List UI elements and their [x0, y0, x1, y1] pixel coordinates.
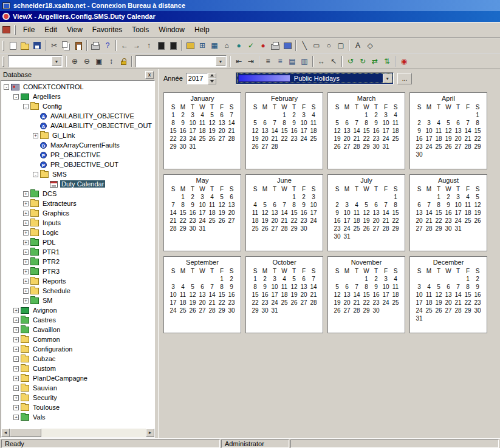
day-cell[interactable]: 17 — [197, 209, 207, 217]
day-cell[interactable]: 27 — [443, 307, 453, 314]
tree-item-castres[interactable]: +Castres — [1, 315, 154, 325]
day-cell[interactable]: 21 — [352, 299, 361, 307]
expand-icon[interactable]: + — [23, 211, 29, 216]
scrollbar-track[interactable] — [10, 429, 146, 437]
day-cell[interactable]: 4 — [352, 201, 361, 209]
day-cell[interactable]: 19 — [332, 135, 342, 143]
expand-icon[interactable]: + — [23, 298, 29, 304]
day-cell[interactable]: 18 — [434, 135, 443, 143]
day-cell[interactable]: 20 — [217, 127, 227, 135]
day-cell[interactable]: 17 — [270, 291, 279, 299]
day-cell[interactable]: 13 — [197, 291, 207, 299]
tree-view-icon[interactable]: ⊞ — [196, 39, 208, 52]
day-cell[interactable]: 16 — [443, 209, 453, 217]
tree-item-availability-objective[interactable]: AAVAILABILITY_OBJECTIVE — [1, 111, 154, 121]
day-cell[interactable]: 29 — [361, 143, 371, 151]
day-cell[interactable]: 7 — [453, 283, 463, 291]
day-cell[interactable]: 19 — [260, 217, 270, 225]
day-cell[interactable]: 23 — [260, 299, 270, 307]
day-cell[interactable]: 8 — [463, 283, 473, 291]
day-cell[interactable]: 11 — [434, 127, 443, 135]
day-cell[interactable]: 6 — [342, 119, 352, 127]
zoom-in-icon[interactable]: ⊕ — [69, 55, 81, 67]
day-cell[interactable]: 23 — [371, 135, 381, 143]
day-cell[interactable]: 8 — [361, 119, 371, 127]
day-cell[interactable]: 19 — [250, 135, 260, 143]
tree-item-configuration[interactable]: +Configuration — [1, 344, 154, 354]
apply-icon[interactable]: ✓ — [245, 39, 257, 52]
day-cell[interactable]: 10 — [453, 201, 463, 209]
day-cell[interactable]: 29 — [391, 225, 400, 232]
day-cell[interactable]: 4 — [279, 275, 289, 283]
day-cell[interactable]: 9 — [260, 283, 270, 291]
day-cell[interactable]: 5 — [289, 275, 299, 283]
day-cell[interactable]: 1 — [178, 193, 188, 201]
day-cell[interactable]: 20 — [260, 135, 270, 143]
day-cell[interactable]: 18 — [391, 291, 400, 299]
tree-item-ptr2[interactable]: +PTR2 — [1, 257, 154, 266]
expand-icon[interactable]: + — [23, 249, 29, 255]
day-cell[interactable]: 2 — [414, 119, 424, 127]
day-cell[interactable]: 22 — [463, 299, 473, 307]
day-cell[interactable]: 3 — [309, 193, 318, 201]
day-cell[interactable]: 12 — [217, 201, 227, 209]
day-cell[interactable]: 14 — [381, 209, 391, 217]
day-cell[interactable]: 10 — [168, 291, 178, 299]
app-title-bar[interactable]: ViewX - Argelliers.Config.SMS.Duty Calen… — [0, 11, 500, 22]
expand-icon[interactable]: + — [23, 191, 29, 197]
day-cell[interactable]: 8 — [217, 283, 227, 291]
day-cell[interactable]: 21 — [381, 217, 391, 225]
day-cell[interactable]: 9 — [299, 201, 309, 209]
scroll-left-icon[interactable]: ◄ — [1, 429, 10, 437]
day-cell[interactable]: 1 — [217, 275, 227, 283]
close-panel-button[interactable]: x — [145, 71, 154, 79]
day-cell[interactable]: 1 — [473, 111, 482, 119]
day-cell[interactable]: 28 — [309, 299, 318, 307]
day-cell[interactable]: 5 — [332, 283, 342, 291]
day-cell[interactable]: 26 — [443, 143, 453, 151]
day-cell[interactable]: 2 — [260, 275, 270, 283]
day-cell[interactable]: 28 — [352, 307, 361, 314]
day-cell[interactable]: 29 — [361, 307, 371, 314]
day-cell[interactable]: 12 — [443, 127, 453, 135]
day-cell[interactable]: 8 — [168, 119, 178, 127]
day-cell[interactable]: 7 — [463, 119, 473, 127]
day-cell[interactable]: 8 — [250, 283, 260, 291]
day-cell[interactable]: 22 — [217, 299, 227, 307]
day-cell[interactable]: 17 — [342, 217, 352, 225]
day-cell[interactable]: 27 — [342, 143, 352, 151]
expand-icon[interactable]: + — [13, 376, 19, 381]
event-list-icon[interactable]: E — [167, 39, 179, 52]
day-cell[interactable]: 7 — [207, 283, 217, 291]
day-cell[interactable]: 21 — [270, 135, 279, 143]
tree-item-inputs[interactable]: +Inputs — [1, 218, 154, 228]
day-cell[interactable]: 5 — [443, 119, 453, 127]
menu-item-tools[interactable]: Tools — [127, 24, 154, 36]
day-cell[interactable]: 15 — [168, 127, 178, 135]
day-cell[interactable]: 6 — [299, 275, 309, 283]
day-cell[interactable]: 27 — [197, 307, 207, 314]
day-cell[interactable]: 2 — [371, 111, 381, 119]
day-cell[interactable]: 21 — [227, 127, 236, 135]
day-cell[interactable]: 4 — [391, 111, 400, 119]
back-icon[interactable]: ← — [118, 39, 131, 52]
day-cell[interactable]: 16 — [227, 291, 236, 299]
day-cell[interactable]: 6 — [197, 283, 207, 291]
flip-vertical-icon[interactable]: ⇅ — [381, 55, 393, 67]
day-cell[interactable]: 16 — [371, 291, 381, 299]
day-cell[interactable]: 13 — [342, 291, 352, 299]
day-cell[interactable]: 8 — [391, 201, 400, 209]
day-cell[interactable]: 1 — [279, 111, 289, 119]
expand-icon[interactable]: + — [23, 230, 29, 236]
day-cell[interactable]: 3 — [168, 283, 178, 291]
zoom-combobox[interactable]: ▼ — [8, 55, 63, 67]
day-cell[interactable]: 12 — [207, 119, 217, 127]
expand-icon[interactable]: + — [13, 327, 19, 333]
day-cell[interactable]: 31 — [453, 225, 463, 232]
day-cell[interactable]: 15 — [473, 127, 482, 135]
day-cell[interactable]: 3 — [424, 119, 434, 127]
dropdown-arrow-icon[interactable]: ▼ — [383, 73, 392, 83]
day-cell[interactable]: 17 — [309, 209, 318, 217]
day-cell[interactable]: 1 — [434, 193, 443, 201]
expand-icon[interactable]: + — [13, 385, 19, 391]
